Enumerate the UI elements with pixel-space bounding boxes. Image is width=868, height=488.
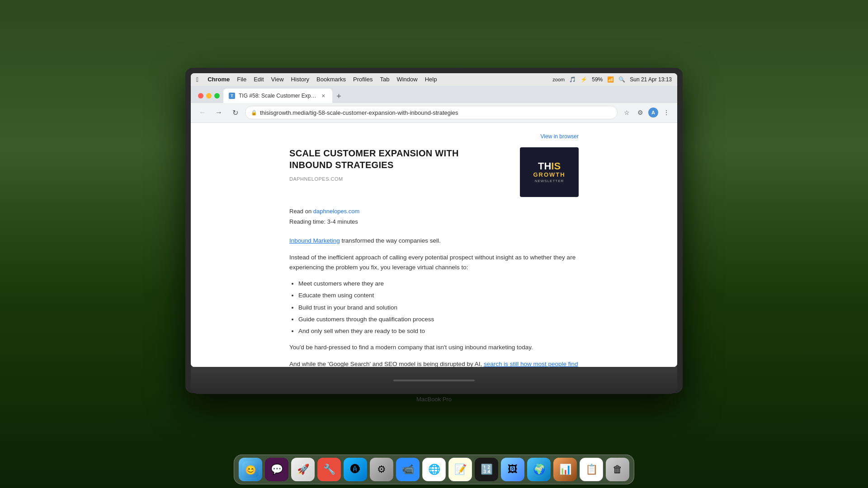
menu-profiles[interactable]: Profiles <box>353 76 373 83</box>
thumbnail-growth: GROWTH <box>533 171 565 178</box>
menu-window[interactable]: Window <box>396 76 417 83</box>
meta-info: Read on daphnelopes.com Reading time: 3-… <box>289 206 579 227</box>
notch <box>393 380 475 381</box>
tab-favicon: T <box>229 93 235 99</box>
para-1-text: transformed the way companies sell. <box>342 237 441 244</box>
zoom-status: zoom <box>552 77 565 82</box>
dock-finder[interactable]: 😊 <box>239 458 262 481</box>
para-2: Instead of the inefficient approach of c… <box>289 253 579 273</box>
extensions-icon[interactable]: ⚙ <box>635 107 646 118</box>
article-header-text: SCALE CUSTOMER EXPANSION WITHINBOUND STR… <box>289 147 511 182</box>
lock-icon: 🔒 <box>251 110 257 116</box>
menu-bookmarks[interactable]: Bookmarks <box>316 76 346 83</box>
menu-edit[interactable]: Edit <box>254 76 264 83</box>
tab-close-button[interactable]: × <box>320 92 327 99</box>
para-4: And while the 'Google Search' and SEO mo… <box>289 359 579 367</box>
dock-zoom[interactable]: 📹 <box>396 458 420 481</box>
dock-container: 😊 💬 🚀 🔧 🅐 ⚙ 📹 🌐 <box>234 455 634 484</box>
search-icon[interactable]: 🔍 <box>618 76 625 83</box>
menu-bar-right: zoom 🎵 ⚡ 59% 📶 🔍 Sun 21 Apr 13:13 <box>552 76 672 83</box>
dock-appstore[interactable]: 🅐 <box>344 458 367 481</box>
menu-tab[interactable]: Tab <box>380 76 389 83</box>
menu-dots-icon[interactable]: ⋮ <box>661 107 672 118</box>
list-item: Build trust in your brand and solution <box>298 303 579 313</box>
datetime: Sun 21 Apr 13:13 <box>630 76 672 83</box>
apple-logo-icon:  <box>196 76 198 83</box>
address-bar: ← → ↻ 🔒 thisisgrowth.media/tig-58-scale-… <box>191 103 677 123</box>
macbook-frame:  Chrome File Edit View History Bookmark… <box>185 68 683 393</box>
menu-bar:  Chrome File Edit View History Bookmark… <box>191 73 677 86</box>
menu-history[interactable]: History <box>291 76 309 83</box>
dock-notes[interactable]: 📝 <box>448 458 472 481</box>
dock-slides[interactable]: 📋 <box>580 458 603 481</box>
article-thumbnail: THIS GROWTH NEWSLETTER <box>520 147 579 197</box>
reading-time: Reading time: 3-4 minutes <box>289 216 579 227</box>
dock-trash[interactable]: 🗑 <box>606 458 629 481</box>
svg-text:😊: 😊 <box>245 465 256 475</box>
view-in-browser[interactable]: View in browser <box>289 132 579 140</box>
page-content[interactable]: View in browser SCALE CUSTOMER EXPANSION… <box>191 123 677 367</box>
battery-status: 59% <box>592 76 603 83</box>
list-item: And only sell when they are ready to be … <box>298 326 579 336</box>
view-in-browser-link[interactable]: View in browser <box>541 133 579 140</box>
menu-bar-left:  Chrome File Edit View History Bookmark… <box>196 76 437 83</box>
tab-favicon-letter: T <box>231 94 233 98</box>
menu-view[interactable]: View <box>271 76 284 83</box>
dock-slack[interactable]: 💬 <box>265 458 288 481</box>
forward-button[interactable]: → <box>212 106 225 119</box>
list-item: Guide customers through the qualificatio… <box>298 314 579 324</box>
menu-app-name[interactable]: Chrome <box>208 76 230 83</box>
thumbnail-newsletter: NEWSLETTER <box>533 179 565 183</box>
music-icon: 🎵 <box>569 76 576 83</box>
address-bar-right: ☆ ⚙ A ⋮ <box>621 107 672 118</box>
dock-launchpad[interactable]: 🚀 <box>291 458 315 481</box>
para-3: You'd be hard-pressed to find a modern c… <box>289 343 579 352</box>
thumbnail-is: IS <box>551 160 561 172</box>
meta-read-on: Read on daphnelopes.com <box>289 206 579 216</box>
tab-bar: T TIG #58: Scale Customer Exp… × + <box>191 86 677 103</box>
email-content: View in browser SCALE CUSTOMER EXPANSION… <box>271 123 597 367</box>
macbook-bottom <box>191 367 677 394</box>
thumbnail-text: THIS GROWTH NEWSLETTER <box>533 161 565 183</box>
list-item: Meet customers where they are <box>298 279 579 289</box>
dock-keynote[interactable]: 📊 <box>553 458 577 481</box>
article-body: Inbound Marketing transformed the way co… <box>289 236 579 366</box>
url-text: thisisgrowth.media/tig-58-scale-customer… <box>260 109 458 116</box>
tab-title: TIG #58: Scale Customer Exp… <box>239 93 316 99</box>
article-header: SCALE CUSTOMER EXPANSION WITHINBOUND STR… <box>289 147 579 197</box>
para-4-start: And while the 'Google Search' and SEO mo… <box>289 361 484 367</box>
dock-toolbox[interactable]: 🔧 <box>317 458 341 481</box>
maximize-button[interactable] <box>214 93 220 99</box>
dock-system-preferences[interactable]: ⚙ <box>370 458 393 481</box>
window-controls <box>194 93 223 103</box>
menu-help[interactable]: Help <box>425 76 437 83</box>
macbook-screen:  Chrome File Edit View History Bookmark… <box>191 73 677 367</box>
back-button[interactable]: ← <box>196 106 209 119</box>
meta-link[interactable]: daphnelopes.com <box>313 208 360 215</box>
thumbnail-this: THIS <box>533 161 565 171</box>
para-1: Inbound Marketing transformed the way co… <box>289 236 579 246</box>
desktop:  Chrome File Edit View History Bookmark… <box>0 0 868 488</box>
bookmark-star-icon[interactable]: ☆ <box>621 107 632 118</box>
close-button[interactable] <box>198 93 203 99</box>
url-bar[interactable]: 🔒 thisisgrowth.media/tig-58-scale-custom… <box>245 106 618 119</box>
list-item: Educate them using content <box>298 291 579 300</box>
menu-file[interactable]: File <box>237 76 246 83</box>
bluetooth-icon: ⚡ <box>580 76 587 83</box>
dock-calculator[interactable]: 🔢 <box>475 458 498 481</box>
active-tab[interactable]: T TIG #58: Scale Customer Exp… × <box>223 89 332 103</box>
article-source: DAPHNELOPES.COM <box>289 176 511 182</box>
dock-internet[interactable]: 🌍 <box>527 458 551 481</box>
dock-preview[interactable]: 🖼 <box>501 458 524 481</box>
dock-chrome[interactable]: 🌐 <box>422 458 446 481</box>
profile-avatar[interactable]: A <box>648 108 658 117</box>
inbound-marketing-link[interactable]: Inbound Marketing <box>289 237 340 244</box>
wifi-icon: 📶 <box>607 76 614 83</box>
reload-button[interactable]: ↻ <box>229 106 241 119</box>
bullet-list: Meet customers where they are Educate th… <box>298 279 579 336</box>
minimize-button[interactable] <box>206 93 212 99</box>
chrome-browser: T TIG #58: Scale Customer Exp… × + ← → ↻… <box>191 86 677 367</box>
article-title: SCALE CUSTOMER EXPANSION WITHINBOUND STR… <box>289 147 511 171</box>
new-tab-button[interactable]: + <box>332 90 345 103</box>
dock: 😊 💬 🚀 🔧 🅐 ⚙ 📹 🌐 <box>234 455 634 484</box>
